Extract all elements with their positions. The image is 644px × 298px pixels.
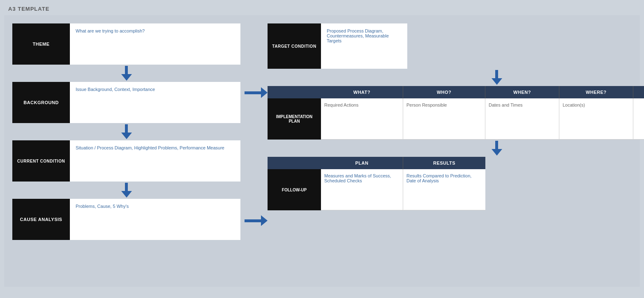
impl-header-who: WHO? <box>403 86 485 98</box>
followup-body-plan: Measures and Marks of Success, Scheduled… <box>321 169 403 210</box>
impl-body-cost <box>633 98 644 140</box>
impl-header-when: WHEN? <box>485 86 559 98</box>
theme-row: THEME What are we trying to accomplish? <box>12 23 240 65</box>
arrow-theme-background <box>121 65 132 82</box>
impl-body-who: Person Responsible <box>403 98 485 140</box>
followup-header: PLAN RESULTS <box>268 157 644 169</box>
theme-label: THEME <box>12 23 70 65</box>
target-condition-block: TARGET CONDITION Proposed Process Diagra… <box>268 23 407 69</box>
cause-analysis-content: Problems, Cause, 5 Why's <box>70 199 240 240</box>
arrow-shaft-5 <box>495 141 498 149</box>
target-condition-content: Proposed Process Diagram, Countermeasure… <box>321 23 407 69</box>
impl-body: IMPLEMENTATION PLAN Required Actions Per… <box>268 98 644 140</box>
impl-header-cost: COST <box>633 86 644 98</box>
impl-plan-section: WHAT? WHO? WHEN? WHERE? COST IMPLEMENTAT… <box>268 86 644 140</box>
impl-body-what: Required Actions <box>321 98 403 140</box>
arrow-impl-followup <box>294 140 644 157</box>
current-condition-content: Situation / Process Diagram, Highlighted… <box>70 140 240 182</box>
background-content: Issue Background, Context, Importance <box>70 82 240 123</box>
followup-header-plan: PLAN <box>321 157 403 169</box>
arrow-head-right-2 <box>261 215 268 226</box>
left-column: THEME What are we trying to accomplish? … <box>12 23 240 279</box>
followup-header-spacer <box>268 157 321 169</box>
arrow-background-current <box>121 123 132 140</box>
target-condition-label: TARGET CONDITION <box>268 23 321 69</box>
arrow-shaft-right-1 <box>245 91 261 94</box>
arrow-target-impl <box>294 69 644 86</box>
followup-section: PLAN RESULTS FOLLOW-UP Measures and Mark… <box>268 157 644 210</box>
arrow-bg-target <box>245 87 268 98</box>
impl-header-where: WHERE? <box>559 86 633 98</box>
arrow-current-cause <box>121 182 132 199</box>
arrow-head-4 <box>492 78 502 85</box>
arrow-head-2 <box>121 133 132 139</box>
cause-analysis-row: CAUSE ANALYSIS Problems, Cause, 5 Why's <box>12 199 240 240</box>
current-condition-label: CURRENT CONDITION <box>12 140 70 182</box>
followup-header-results: RESULTS <box>403 157 485 169</box>
right-main-content: TARGET CONDITION Proposed Process Diagra… <box>268 23 644 210</box>
arrow-head-1 <box>121 74 132 81</box>
impl-header-spacer <box>268 86 321 98</box>
background-label: BACKGROUND <box>12 82 70 123</box>
arrow-shaft-right-2 <box>245 219 261 222</box>
arrow-shaft-3 <box>125 183 128 191</box>
arrow-shaft-4 <box>495 70 498 78</box>
main-container: THEME What are we trying to accomplish? … <box>4 15 640 287</box>
arrow-shaft-1 <box>125 66 128 74</box>
impl-body-where: Location(s) <box>559 98 633 140</box>
followup-body-results: Results Compared to Prediction, Date of … <box>403 169 485 210</box>
arrow-head-5 <box>492 149 502 156</box>
page-title: A3 TEMPLATE <box>0 0 644 15</box>
current-condition-row: CURRENT CONDITION Situation / Process Di… <box>12 140 240 182</box>
arrow-head-3 <box>121 191 132 198</box>
right-arrows <box>245 23 268 226</box>
impl-header-what: WHAT? <box>321 86 403 98</box>
arrow-cause-followup <box>245 215 268 226</box>
top-right-area: TARGET CONDITION Proposed Process Diagra… <box>245 23 644 226</box>
impl-body-label: IMPLEMENTATION PLAN <box>268 98 321 140</box>
arrow-head-right-1 <box>261 87 268 98</box>
arrow-shaft-2 <box>125 124 128 133</box>
right-area: TARGET CONDITION Proposed Process Diagra… <box>240 23 644 279</box>
background-row: BACKGROUND Issue Background, Context, Im… <box>12 82 240 123</box>
theme-content: What are we trying to accomplish? <box>70 23 240 65</box>
cause-analysis-label: CAUSE ANALYSIS <box>12 199 70 240</box>
impl-body-when: Dates and Times <box>485 98 559 140</box>
followup-body-label: FOLLOW-UP <box>268 169 321 210</box>
impl-header: WHAT? WHO? WHEN? WHERE? COST <box>268 86 644 98</box>
followup-body: FOLLOW-UP Measures and Marks of Success,… <box>268 169 644 210</box>
